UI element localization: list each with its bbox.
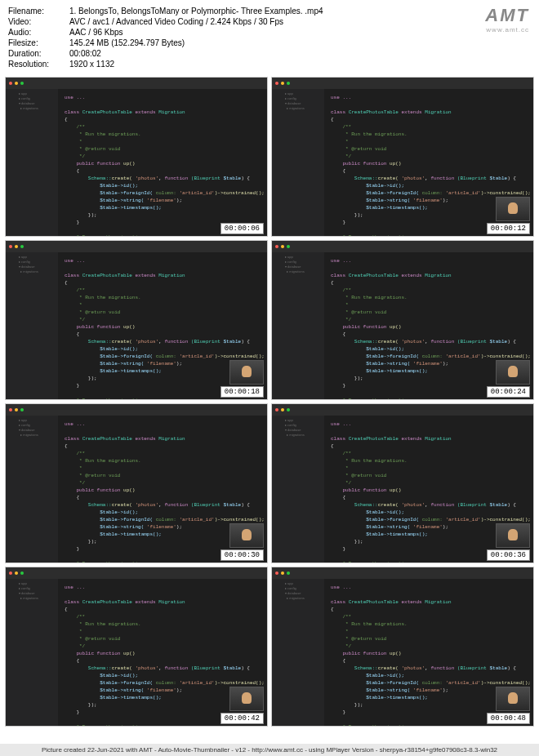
timestamp-label: 00:00:18 — [220, 386, 264, 398]
editor-titlebar — [272, 404, 533, 416]
close-icon — [275, 571, 278, 575]
maximize-icon — [287, 82, 290, 85]
video-row: Video: AVC / avc1 / Advanced Video Codin… — [8, 17, 531, 26]
file-explorer: ▸ app ▸ config ▾ database ▸ migrations — [17, 579, 58, 726]
webcam-overlay — [496, 360, 530, 385]
activity-bar — [272, 252, 283, 399]
activity-bar — [6, 416, 17, 563]
maximize-icon — [20, 408, 24, 411]
maximize-icon — [287, 408, 290, 411]
minimize-icon — [15, 408, 18, 411]
activity-bar — [6, 579, 17, 726]
file-explorer: ▸ app ▸ config ▾ database ▸ migrations — [283, 579, 324, 726]
minimize-icon — [281, 408, 284, 411]
editor-titlebar — [6, 567, 267, 579]
audio-value: AAC / 96 Kbps — [69, 28, 531, 37]
file-explorer: ▸ app ▸ config ▾ database ▸ migrations — [17, 252, 58, 399]
editor-titlebar — [272, 567, 533, 579]
timestamp-label: 00:00:42 — [220, 713, 264, 724]
logo-text: AMT — [485, 5, 529, 26]
filename-label: Filename: — [8, 7, 69, 16]
filename-row: Filename: 1. BelongsTo, BelongsToMany or… — [8, 7, 531, 16]
logo-url: www.amt.cc — [485, 26, 529, 33]
webcam-overlay — [496, 197, 530, 221]
thumbnail-7[interactable]: ▸ app ▸ config ▾ database ▸ migrations u… — [271, 567, 534, 727]
close-icon — [9, 571, 12, 575]
minimize-icon — [15, 82, 18, 85]
activity-bar — [272, 579, 283, 726]
editor-titlebar — [6, 404, 267, 416]
webcam-overlay — [496, 687, 530, 711]
maximize-icon — [20, 245, 24, 248]
video-label: Video: — [8, 17, 69, 26]
minimize-icon — [15, 571, 18, 575]
filesize-row: Filesize: 145.24 MB (152.294.797 Bytes) — [8, 38, 531, 47]
resolution-label: Resolution: — [8, 60, 69, 69]
timestamp-label: 00:00:12 — [487, 223, 530, 234]
thumbnail-grid: ▸ app ▸ config ▾ database ▸ migrations u… — [0, 73, 539, 730]
editor-titlebar — [272, 241, 533, 252]
thumbnail-5[interactable]: ▸ app ▸ config ▾ database ▸ migrations u… — [271, 403, 534, 563]
metadata-header: AMT www.amt.cc Filename: 1. BelongsTo, B… — [0, 0, 539, 73]
file-explorer: ▸ app ▸ config ▾ database ▸ migrations — [17, 416, 58, 563]
file-explorer: ▸ app ▸ config ▾ database ▸ migrations — [283, 416, 324, 563]
timestamp-label: 00:00:24 — [487, 386, 530, 398]
file-explorer: ▸ app ▸ config ▾ database ▸ migrations — [283, 89, 324, 236]
timestamp-label: 00:00:36 — [487, 549, 530, 561]
file-explorer: ▸ app ▸ config ▾ database ▸ migrations — [17, 89, 58, 236]
webcam-overlay — [229, 523, 264, 548]
resolution-value: 1920 x 1132 — [69, 60, 531, 69]
amt-logo: AMT www.amt.cc — [485, 5, 529, 33]
close-icon — [9, 408, 12, 411]
close-icon — [275, 82, 278, 85]
webcam-overlay — [229, 687, 264, 711]
video-value: AVC / avc1 / Advanced Video Coding / 2.4… — [69, 17, 531, 26]
thumbnail-2[interactable]: ▸ app ▸ config ▾ database ▸ migrations u… — [5, 240, 268, 400]
close-icon — [9, 245, 12, 248]
thumbnail-6[interactable]: ▸ app ▸ config ▾ database ▸ migrations u… — [5, 567, 268, 727]
minimize-icon — [15, 245, 18, 248]
audio-row: Audio: AAC / 96 Kbps — [8, 28, 531, 37]
editor-titlebar — [272, 78, 533, 89]
thumbnail-4[interactable]: ▸ app ▸ config ▾ database ▸ migrations u… — [5, 403, 268, 563]
duration-label: Duration: — [8, 49, 69, 58]
file-explorer: ▸ app ▸ config ▾ database ▸ migrations — [283, 252, 324, 399]
maximize-icon — [287, 245, 290, 248]
resolution-row: Resolution: 1920 x 1132 — [8, 60, 531, 69]
webcam-overlay — [229, 360, 264, 385]
filename-value: 1. BelongsTo, BelongsToMany or Polymorph… — [69, 7, 531, 16]
timestamp-label: 00:00:48 — [487, 713, 530, 724]
close-icon — [275, 408, 278, 411]
thumbnail-0[interactable]: ▸ app ▸ config ▾ database ▸ migrations u… — [5, 77, 268, 237]
thumbnail-1[interactable]: ▸ app ▸ config ▾ database ▸ migrations u… — [271, 77, 534, 237]
minimize-icon — [281, 245, 284, 248]
activity-bar — [6, 89, 17, 236]
filesize-label: Filesize: — [8, 38, 69, 47]
maximize-icon — [287, 571, 290, 575]
webcam-overlay — [496, 523, 530, 548]
maximize-icon — [20, 82, 24, 85]
duration-row: Duration: 00:08:02 — [8, 49, 531, 58]
editor-titlebar — [6, 78, 267, 89]
minimize-icon — [281, 571, 284, 575]
minimize-icon — [281, 82, 284, 85]
code-editor: use ... class CreatePhotosTable extends … — [58, 89, 267, 236]
duration-value: 00:08:02 — [69, 49, 531, 58]
activity-bar — [272, 416, 283, 563]
timestamp-label: 00:00:30 — [220, 549, 264, 561]
thumbnail-3[interactable]: ▸ app ▸ config ▾ database ▸ migrations u… — [271, 240, 534, 400]
editor-titlebar — [6, 241, 267, 252]
footer-text: Picture created 22-Jun-2021 with AMT - A… — [0, 744, 539, 756]
audio-label: Audio: — [8, 28, 69, 37]
timestamp-label: 00:00:06 — [220, 223, 264, 234]
close-icon — [9, 82, 12, 85]
maximize-icon — [20, 571, 24, 575]
close-icon — [275, 245, 278, 248]
activity-bar — [272, 89, 283, 236]
filesize-value: 145.24 MB (152.294.797 Bytes) — [69, 38, 531, 47]
activity-bar — [6, 252, 17, 399]
